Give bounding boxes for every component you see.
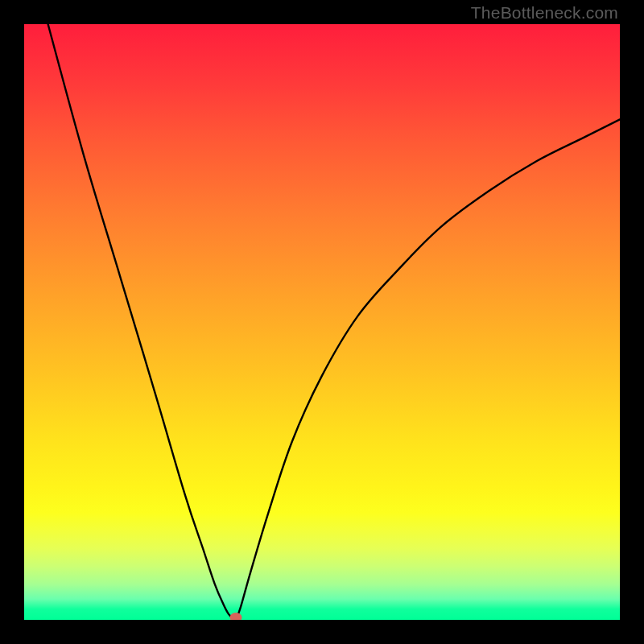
watermark-text: TheBottleneck.com — [471, 3, 618, 23]
curve-left-branch — [48, 24, 236, 620]
minimum-marker-dot — [229, 613, 242, 620]
curve-right-branch — [236, 119, 620, 620]
chart-frame: TheBottleneck.com — [0, 0, 644, 644]
plot-area — [24, 24, 620, 620]
bottleneck-curve — [24, 24, 620, 620]
